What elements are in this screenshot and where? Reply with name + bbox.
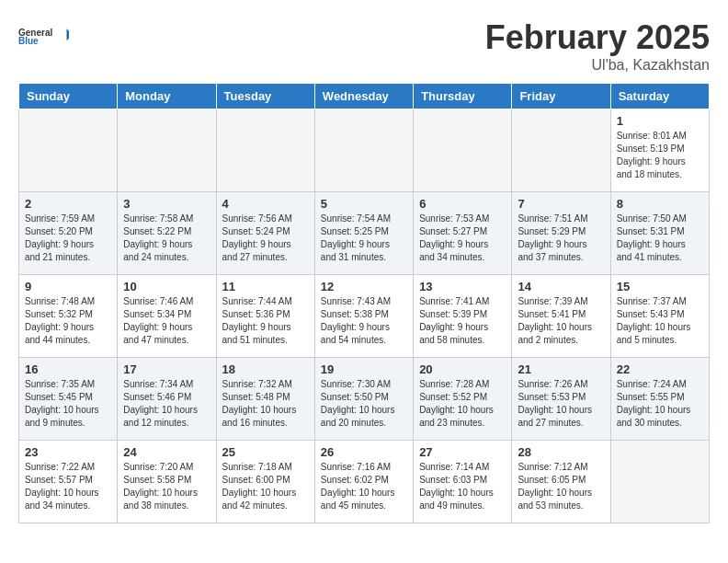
- day-info: Sunrise: 7:46 AM Sunset: 5:34 PM Dayligh…: [123, 295, 210, 347]
- day-number: 24: [123, 445, 210, 459]
- calendar-cell: 6Sunrise: 7:53 AM Sunset: 5:27 PM Daylig…: [414, 192, 512, 275]
- calendar-cell: 14Sunrise: 7:39 AM Sunset: 5:41 PM Dayli…: [512, 275, 610, 358]
- day-number: 14: [518, 280, 604, 293]
- day-number: 15: [617, 280, 703, 293]
- calendar-cell: [216, 109, 314, 192]
- day-info: Sunrise: 7:18 AM Sunset: 6:00 PM Dayligh…: [222, 461, 309, 512]
- day-info: Sunrise: 8:01 AM Sunset: 5:19 PM Dayligh…: [617, 130, 703, 181]
- week-row-5: 23Sunrise: 7:22 AM Sunset: 5:57 PM Dayli…: [19, 441, 710, 523]
- column-header-tuesday: Tuesday: [216, 84, 314, 109]
- day-info: Sunrise: 7:48 AM Sunset: 5:32 PM Dayligh…: [25, 295, 111, 347]
- header-row: SundayMondayTuesdayWednesdayThursdayFrid…: [19, 84, 710, 109]
- logo-svg: General Blue: [18, 18, 69, 55]
- day-number: 22: [617, 362, 703, 376]
- calendar-cell: 18Sunrise: 7:32 AM Sunset: 5:48 PM Dayli…: [216, 358, 314, 441]
- logo: General Blue: [18, 18, 69, 55]
- calendar-cell: [19, 109, 118, 192]
- day-info: Sunrise: 7:14 AM Sunset: 6:03 PM Dayligh…: [419, 461, 506, 512]
- day-number: 27: [419, 445, 506, 459]
- calendar-cell: 25Sunrise: 7:18 AM Sunset: 6:00 PM Dayli…: [216, 441, 314, 523]
- svg-text:Blue: Blue: [18, 36, 39, 46]
- day-number: 1: [617, 114, 703, 128]
- day-info: Sunrise: 7:30 AM Sunset: 5:50 PM Dayligh…: [321, 378, 407, 430]
- calendar-cell: 7Sunrise: 7:51 AM Sunset: 5:29 PM Daylig…: [512, 192, 610, 275]
- day-number: 19: [321, 362, 407, 376]
- day-info: Sunrise: 7:53 AM Sunset: 5:27 PM Dayligh…: [419, 213, 506, 264]
- day-number: 21: [518, 362, 604, 376]
- day-info: Sunrise: 7:37 AM Sunset: 5:43 PM Dayligh…: [617, 295, 703, 347]
- calendar-cell: [414, 109, 512, 192]
- calendar-cell: 8Sunrise: 7:50 AM Sunset: 5:31 PM Daylig…: [610, 192, 709, 275]
- day-number: 4: [222, 197, 309, 211]
- calendar-cell: 1Sunrise: 8:01 AM Sunset: 5:19 PM Daylig…: [610, 109, 709, 192]
- calendar-cell: 26Sunrise: 7:16 AM Sunset: 6:02 PM Dayli…: [314, 441, 413, 523]
- calendar-cell: 13Sunrise: 7:41 AM Sunset: 5:39 PM Dayli…: [414, 275, 512, 358]
- day-number: 8: [617, 197, 703, 211]
- day-info: Sunrise: 7:16 AM Sunset: 6:02 PM Dayligh…: [321, 461, 407, 512]
- day-info: Sunrise: 7:56 AM Sunset: 5:24 PM Dayligh…: [222, 213, 309, 264]
- calendar-cell: 12Sunrise: 7:43 AM Sunset: 5:38 PM Dayli…: [314, 275, 413, 358]
- day-info: Sunrise: 7:59 AM Sunset: 5:20 PM Dayligh…: [25, 213, 111, 264]
- day-info: Sunrise: 7:28 AM Sunset: 5:52 PM Dayligh…: [419, 378, 506, 430]
- calendar-cell: 24Sunrise: 7:20 AM Sunset: 5:58 PM Dayli…: [118, 441, 216, 523]
- column-header-sunday: Sunday: [19, 84, 118, 109]
- day-number: 6: [419, 197, 506, 211]
- day-number: 18: [222, 362, 309, 376]
- calendar-cell: 4Sunrise: 7:56 AM Sunset: 5:24 PM Daylig…: [216, 192, 314, 275]
- day-info: Sunrise: 7:41 AM Sunset: 5:39 PM Dayligh…: [419, 295, 506, 347]
- calendar-cell: [610, 441, 709, 523]
- day-info: Sunrise: 7:22 AM Sunset: 5:57 PM Dayligh…: [25, 461, 111, 512]
- calendar-cell: 15Sunrise: 7:37 AM Sunset: 5:43 PM Dayli…: [610, 275, 709, 358]
- day-number: 5: [321, 197, 407, 211]
- location: Ul'ba, Kazakhstan: [485, 57, 710, 74]
- svg-marker-2: [67, 29, 70, 40]
- week-row-3: 9Sunrise: 7:48 AM Sunset: 5:32 PM Daylig…: [19, 275, 710, 358]
- calendar-cell: 21Sunrise: 7:26 AM Sunset: 5:53 PM Dayli…: [512, 358, 610, 441]
- week-row-4: 16Sunrise: 7:35 AM Sunset: 5:45 PM Dayli…: [19, 358, 710, 441]
- day-number: 2: [25, 197, 111, 211]
- calendar-cell: 17Sunrise: 7:34 AM Sunset: 5:46 PM Dayli…: [118, 358, 216, 441]
- calendar-cell: 23Sunrise: 7:22 AM Sunset: 5:57 PM Dayli…: [19, 441, 118, 523]
- calendar-cell: 19Sunrise: 7:30 AM Sunset: 5:50 PM Dayli…: [314, 358, 413, 441]
- column-header-monday: Monday: [118, 84, 216, 109]
- day-info: Sunrise: 7:50 AM Sunset: 5:31 PM Dayligh…: [617, 213, 703, 264]
- day-info: Sunrise: 7:44 AM Sunset: 5:36 PM Dayligh…: [222, 295, 309, 347]
- day-number: 28: [518, 445, 604, 459]
- calendar-cell: 16Sunrise: 7:35 AM Sunset: 5:45 PM Dayli…: [19, 358, 118, 441]
- day-number: 12: [321, 280, 407, 293]
- calendar-cell: [118, 109, 216, 192]
- calendar-cell: [512, 109, 610, 192]
- calendar-cell: 9Sunrise: 7:48 AM Sunset: 5:32 PM Daylig…: [19, 275, 118, 358]
- day-number: 10: [123, 280, 210, 293]
- day-info: Sunrise: 7:32 AM Sunset: 5:48 PM Dayligh…: [222, 378, 309, 430]
- day-info: Sunrise: 7:24 AM Sunset: 5:55 PM Dayligh…: [617, 378, 703, 430]
- calendar-cell: 20Sunrise: 7:28 AM Sunset: 5:52 PM Dayli…: [414, 358, 512, 441]
- calendar: SundayMondayTuesdayWednesdayThursdayFrid…: [18, 83, 710, 523]
- column-header-friday: Friday: [512, 84, 610, 109]
- day-number: 23: [25, 445, 111, 459]
- day-number: 20: [419, 362, 506, 376]
- day-info: Sunrise: 7:26 AM Sunset: 5:53 PM Dayligh…: [518, 378, 604, 430]
- calendar-cell: 10Sunrise: 7:46 AM Sunset: 5:34 PM Dayli…: [118, 275, 216, 358]
- day-number: 16: [25, 362, 111, 376]
- month-title: February 2025: [485, 18, 710, 57]
- day-number: 7: [518, 197, 604, 211]
- day-number: 17: [123, 362, 210, 376]
- calendar-cell: 28Sunrise: 7:12 AM Sunset: 6:05 PM Dayli…: [512, 441, 610, 523]
- title-block: February 2025 Ul'ba, Kazakhstan: [485, 18, 710, 74]
- day-number: 9: [25, 280, 111, 293]
- calendar-cell: 2Sunrise: 7:59 AM Sunset: 5:20 PM Daylig…: [19, 192, 118, 275]
- week-row-2: 2Sunrise: 7:59 AM Sunset: 5:20 PM Daylig…: [19, 192, 710, 275]
- day-info: Sunrise: 7:12 AM Sunset: 6:05 PM Dayligh…: [518, 461, 604, 512]
- week-row-1: 1Sunrise: 8:01 AM Sunset: 5:19 PM Daylig…: [19, 109, 710, 192]
- calendar-cell: [314, 109, 413, 192]
- calendar-cell: 27Sunrise: 7:14 AM Sunset: 6:03 PM Dayli…: [414, 441, 512, 523]
- day-info: Sunrise: 7:43 AM Sunset: 5:38 PM Dayligh…: [321, 295, 407, 347]
- day-info: Sunrise: 7:34 AM Sunset: 5:46 PM Dayligh…: [123, 378, 210, 430]
- day-number: 26: [321, 445, 407, 459]
- calendar-cell: 22Sunrise: 7:24 AM Sunset: 5:55 PM Dayli…: [610, 358, 709, 441]
- column-header-thursday: Thursday: [414, 84, 512, 109]
- page-header: General Blue February 2025 Ul'ba, Kazakh…: [18, 18, 710, 74]
- day-info: Sunrise: 7:58 AM Sunset: 5:22 PM Dayligh…: [123, 213, 210, 264]
- day-info: Sunrise: 7:39 AM Sunset: 5:41 PM Dayligh…: [518, 295, 604, 347]
